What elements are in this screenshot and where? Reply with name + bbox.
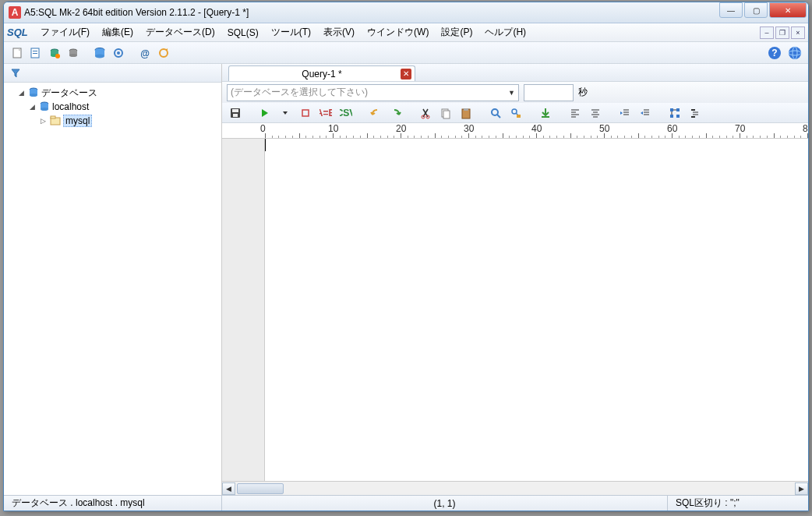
- copy-icon[interactable]: [437, 104, 454, 122]
- indent-icon[interactable]: [616, 104, 634, 122]
- menu-database[interactable]: データベース(D): [139, 24, 221, 41]
- redo-icon[interactable]: [387, 104, 404, 122]
- seconds-input[interactable]: [524, 84, 574, 101]
- menu-settings[interactable]: 設定(P): [435, 24, 478, 41]
- menubar: SQL ファイル(F) 編集(E) データベース(D) SQL(S) ツール(T…: [4, 23, 808, 42]
- sql-logo: SQL: [7, 27, 28, 38]
- tree-collapse-icon[interactable]: ◢: [27, 102, 37, 111]
- schema-icon: [49, 115, 62, 127]
- tree-schema[interactable]: ▷ mysql: [5, 114, 220, 128]
- svg-rect-49: [517, 115, 521, 118]
- tree-root[interactable]: ◢ データベース: [5, 86, 220, 100]
- app-window: A A5:SQL Mk-2 64bit edition Version 2.11…: [3, 2, 809, 511]
- close-button[interactable]: ✕: [769, 2, 807, 18]
- editor-body: [222, 139, 808, 481]
- menu-window[interactable]: ウインドウ(W): [361, 24, 435, 41]
- align-center-icon[interactable]: [587, 104, 604, 122]
- database-add-icon[interactable]: [46, 44, 63, 62]
- text-caret: [265, 139, 266, 151]
- mdi-controls: – ❐ ×: [760, 27, 808, 39]
- menu-help[interactable]: ヘルプ(H): [478, 24, 532, 41]
- sidebar: ◢ データベース ◢ localhost ▷ mysql: [4, 64, 222, 495]
- help-icon[interactable]: ?: [766, 44, 783, 62]
- format-icon[interactable]: [687, 104, 704, 122]
- svg-line-46: [497, 115, 500, 118]
- tab-close-icon[interactable]: ✕: [401, 69, 411, 80]
- database-icon[interactable]: [91, 44, 108, 62]
- svg-rect-68: [676, 115, 680, 118]
- refresh-icon[interactable]: [155, 44, 172, 62]
- menu-tool[interactable]: ツール(T): [265, 24, 317, 41]
- stop-icon[interactable]: [297, 104, 314, 122]
- svg-rect-67: [670, 115, 673, 118]
- svg-rect-35: [233, 114, 238, 117]
- globe-icon[interactable]: [786, 44, 803, 62]
- gear-icon[interactable]: [110, 44, 127, 62]
- download-icon[interactable]: [537, 104, 554, 122]
- tab-query[interactable]: Query-1 * ✕: [228, 65, 415, 81]
- titlebar[interactable]: A A5:SQL Mk-2 64bit edition Version 2.11…: [4, 2, 808, 23]
- menu-edit[interactable]: 編集(E): [96, 24, 139, 41]
- tree-collapse-icon[interactable]: ◢: [16, 88, 26, 97]
- open-icon[interactable]: [27, 44, 44, 62]
- menu-file[interactable]: ファイル(F): [34, 24, 96, 41]
- svg-rect-42: [443, 111, 450, 118]
- status-sql-delimiter: SQL区切り : ";": [668, 496, 808, 511]
- database-tree[interactable]: ◢ データベース ◢ localhost ▷ mysql: [4, 83, 221, 495]
- menu-view[interactable]: 表示(V): [317, 24, 361, 41]
- ab-icon[interactable]: A=B: [317, 104, 334, 122]
- svg-point-12: [69, 54, 77, 57]
- seconds-label: 秒: [578, 86, 588, 99]
- replace-icon[interactable]: [507, 104, 524, 122]
- save-icon[interactable]: [227, 104, 244, 122]
- filter-icon[interactable]: [7, 65, 24, 82]
- editor-area: Query-1 * ✕ (データベースを選択して下さい) ▼ 秒 A=B: [222, 64, 808, 495]
- minimize-button[interactable]: —: [719, 2, 743, 18]
- undo-icon[interactable]: [367, 104, 384, 122]
- chevron-down-icon: ▼: [508, 89, 515, 97]
- mdi-minimize-button[interactable]: –: [760, 27, 774, 39]
- tree-root-label: データベース: [41, 87, 97, 100]
- mdi-close-button[interactable]: ×: [791, 27, 805, 39]
- paste-icon[interactable]: [457, 104, 475, 122]
- window-buttons: — ▢ ✕: [718, 2, 807, 18]
- databases-icon: [27, 87, 40, 99]
- sidebar-toolbar: [4, 64, 221, 83]
- horizontal-scrollbar[interactable]: ◀ ▶: [222, 481, 808, 495]
- csv-icon[interactable]: CSV: [337, 104, 355, 122]
- svg-rect-36: [302, 110, 309, 116]
- at-icon[interactable]: @: [136, 44, 154, 62]
- cut-icon[interactable]: [417, 104, 434, 122]
- outdent-icon[interactable]: [637, 104, 654, 122]
- tree-expand-icon[interactable]: ▷: [38, 116, 48, 125]
- svg-rect-66: [676, 108, 680, 111]
- align-left-icon[interactable]: [567, 104, 584, 122]
- find-icon[interactable]: [487, 104, 504, 122]
- scroll-left-icon[interactable]: ◀: [222, 482, 235, 495]
- sql-text-area[interactable]: [265, 139, 808, 481]
- scroll-right-icon[interactable]: ▶: [795, 482, 808, 495]
- svg-text:@: @: [140, 48, 150, 59]
- svg-rect-32: [51, 116, 55, 118]
- app-icon: A: [9, 6, 21, 19]
- db-select-placeholder: (データベースを選択して下さい): [231, 86, 368, 99]
- ruler: 01020304050607080: [222, 123, 808, 139]
- svg-point-15: [95, 54, 104, 58]
- new-doc-icon[interactable]: [9, 44, 26, 62]
- db-select-dropdown[interactable]: (データベースを選択して下さい) ▼: [227, 84, 519, 101]
- statusbar: データベース . localhost . mysql (1, 1) SQL区切り…: [4, 495, 808, 511]
- run-icon[interactable]: [256, 104, 274, 122]
- database-remove-icon[interactable]: [65, 44, 82, 62]
- svg-text:A: A: [12, 7, 19, 18]
- run-dropdown-icon[interactable]: [277, 104, 294, 122]
- tree-host[interactable]: ◢ localhost: [5, 100, 220, 114]
- svg-rect-5: [33, 53, 37, 54]
- menu-sql[interactable]: SQL(S): [221, 26, 265, 40]
- mdi-restore-button[interactable]: ❐: [775, 27, 789, 39]
- maximize-button[interactable]: ▢: [744, 2, 768, 18]
- tree-view-icon[interactable]: [666, 104, 683, 122]
- line-gutter: [222, 139, 265, 481]
- svg-text:A=B: A=B: [320, 108, 332, 118]
- tab-label: Query-1 *: [302, 69, 341, 80]
- scroll-thumb[interactable]: [237, 483, 284, 494]
